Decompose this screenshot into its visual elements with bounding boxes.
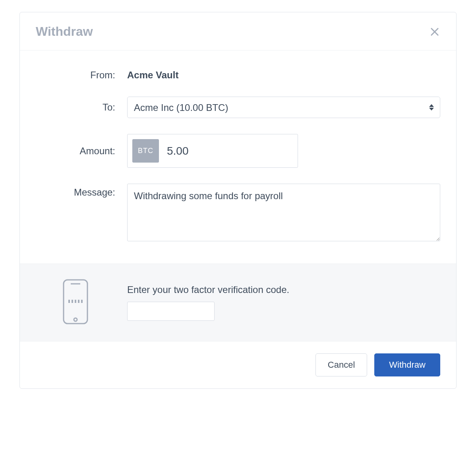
withdraw-modal: Withdraw From: Acme Vault To: Acme Inc (… <box>19 12 457 389</box>
to-select[interactable]: Acme Inc (10.00 BTC) <box>127 97 440 118</box>
to-select-wrapper: Acme Inc (10.00 BTC) <box>127 97 440 118</box>
svg-point-4 <box>74 318 77 321</box>
from-row: From: Acme Vault <box>36 66 440 81</box>
amount-input[interactable] <box>159 139 309 163</box>
phone-icon-wrapper <box>36 278 127 327</box>
modal-title: Withdraw <box>36 24 93 39</box>
amount-input-group: BTC <box>127 134 298 168</box>
modal-footer: Cancel Withdraw <box>20 341 456 388</box>
from-label: From: <box>36 66 127 81</box>
close-button[interactable] <box>429 26 440 37</box>
to-label: To: <box>36 102 127 113</box>
currency-badge: BTC <box>132 139 159 163</box>
modal-header: Withdraw <box>20 12 456 50</box>
from-value: Acme Vault <box>127 66 440 81</box>
message-label: Message: <box>36 184 127 198</box>
message-textarea[interactable] <box>127 184 440 241</box>
twofa-section: Enter your two factor verification code. <box>20 264 456 341</box>
cancel-button[interactable]: Cancel <box>315 353 367 376</box>
twofa-input[interactable] <box>127 302 215 321</box>
phone-icon <box>60 278 91 327</box>
amount-label: Amount: <box>36 145 127 157</box>
modal-body: From: Acme Vault To: Acme Inc (10.00 BTC… <box>20 50 456 264</box>
twofa-content: Enter your two factor verification code. <box>127 284 440 321</box>
message-row: Message: <box>36 184 440 244</box>
to-row: To: Acme Inc (10.00 BTC) <box>36 97 440 118</box>
close-icon <box>429 26 440 37</box>
withdraw-button[interactable]: Withdraw <box>374 353 440 376</box>
amount-row: Amount: BTC <box>36 134 440 168</box>
twofa-label: Enter your two factor verification code. <box>127 284 440 295</box>
